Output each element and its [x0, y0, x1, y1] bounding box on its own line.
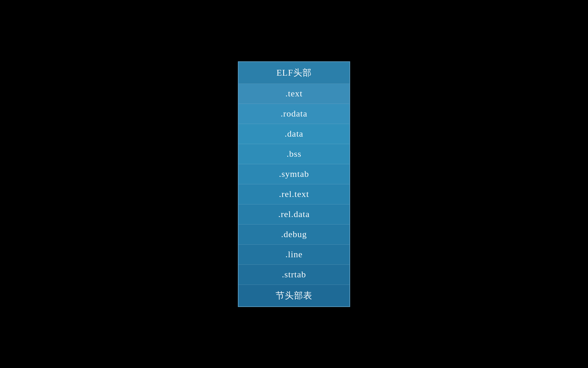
elf-section-debug: .debug: [239, 225, 349, 245]
elf-section-header: ELF头部: [239, 62, 349, 84]
elf-structure-diagram: ELF头部.text.rodata.data.bss.symtab.rel.te…: [238, 61, 350, 307]
elf-section-reldata: .rel.data: [239, 204, 349, 225]
elf-section-symtab: .symtab: [239, 164, 349, 184]
elf-section-bss: .bss: [239, 144, 349, 164]
elf-section-line: .line: [239, 245, 349, 265]
elf-section-reltext: .rel.text: [239, 184, 349, 204]
elf-section-text: .text: [239, 84, 349, 104]
elf-section-footer: 节头部表: [239, 285, 349, 306]
elf-section-strtab: .strtab: [239, 265, 349, 285]
elf-section-data: .data: [239, 124, 349, 144]
elf-section-rodata: .rodata: [239, 104, 349, 124]
